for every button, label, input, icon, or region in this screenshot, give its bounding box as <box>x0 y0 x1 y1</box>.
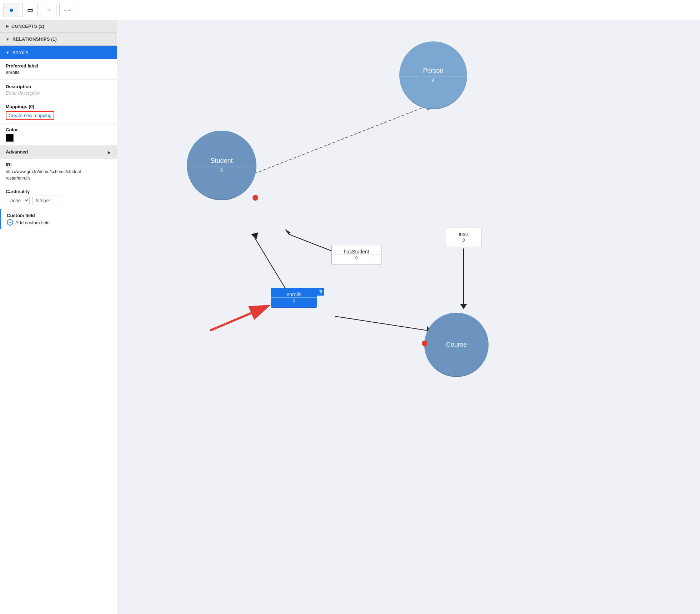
course-connection-dot <box>422 341 428 346</box>
person-count: 4 <box>399 76 467 83</box>
has-student-node[interactable]: hasStudent 0 <box>331 245 381 265</box>
svg-line-12 <box>210 306 269 331</box>
has-student-rect-label: hasStudent <box>344 249 369 255</box>
enrolls-item-label: enrolls <box>12 49 28 55</box>
svg-marker-9 <box>460 304 467 309</box>
cardinality-select[interactable]: none 1 N <box>6 196 30 205</box>
iri-section: IRI http://www.gra.fo/demo/schema/studen… <box>0 158 117 185</box>
svg-marker-3 <box>251 232 258 240</box>
custom-field-label: Custom field <box>7 213 111 218</box>
color-field-label: Color <box>6 127 111 132</box>
preferred-label-value: enrolls <box>6 70 111 75</box>
add-custom-field-text: Add custom field <box>15 220 50 225</box>
course-node[interactable]: Course <box>424 313 489 377</box>
advanced-section-header[interactable]: Advanced ▲ <box>0 146 117 158</box>
instr-rect-count: 0 <box>446 237 481 243</box>
dashed-arrow-tool-button[interactable]: --→ <box>59 3 75 17</box>
iri-field-label: IRI <box>6 162 111 167</box>
has-student-rect-count: 0 <box>332 255 381 261</box>
student-node[interactable]: Student 5 <box>187 131 256 200</box>
arrow-tool-button[interactable]: → <box>41 3 56 17</box>
color-section: Color <box>0 124 117 146</box>
main-layout: ▶ CONCEPTS (2) ▼ RELATIONSHIPS (1) ▼ enr… <box>0 20 700 614</box>
sidebar: ▶ CONCEPTS (2) ▼ RELATIONSHIPS (1) ▼ enr… <box>0 20 117 614</box>
circle-tool-button[interactable]: ● <box>4 3 19 17</box>
add-custom-field-button[interactable]: + Add custom field <box>7 219 111 226</box>
custom-field-section: Custom field + Add custom field <box>0 209 117 229</box>
concepts-section-label: CONCEPTS (2) <box>11 24 44 29</box>
concepts-section-header[interactable]: ▶ CONCEPTS (2) <box>0 20 117 33</box>
person-label: Person <box>423 67 443 75</box>
instr-rect-label: instr <box>459 231 468 237</box>
enrolls-chevron: ▼ <box>6 50 10 55</box>
student-connection-dot <box>252 195 258 201</box>
advanced-label: Advanced <box>6 149 28 155</box>
preferred-label-section: Preferred label enrolls <box>0 59 117 80</box>
svg-line-0 <box>255 106 428 173</box>
color-swatch[interactable] <box>6 134 14 142</box>
description-field-label: Description <box>6 84 111 89</box>
canvas-svg <box>117 20 700 614</box>
advanced-chevron: ▲ <box>106 149 111 155</box>
add-custom-field-icon: + <box>7 219 13 226</box>
svg-marker-7 <box>284 229 290 234</box>
enrolls-item[interactable]: ▼ enrolls <box>0 46 117 59</box>
enrolls-edit-icon[interactable]: ⊞ <box>316 288 324 296</box>
red-arrow-annotation <box>206 288 292 338</box>
canvas[interactable]: Person 4 Student 5 enrolls 0 ⊞ hasStuden… <box>117 20 700 614</box>
toolbar: ● ▭ → --→ <box>0 0 700 20</box>
description-placeholder[interactable]: Enter description <box>6 90 111 96</box>
course-label: Course <box>446 341 467 348</box>
student-count: 5 <box>187 166 256 173</box>
svg-line-4 <box>335 316 428 331</box>
create-mapping-link[interactable]: Create new mapping <box>6 111 54 120</box>
cardinality-section: Cardinality none 1 N <box>0 185 117 209</box>
iri-value: http://www.gra.fo/demo/schema/student ro… <box>6 168 111 181</box>
rect-tool-button[interactable]: ▭ <box>22 3 38 17</box>
mappings-field-label: Mappings (0) <box>6 104 111 109</box>
relationships-chevron: ▼ <box>6 37 10 41</box>
person-node[interactable]: Person 4 <box>399 41 467 109</box>
instr-node[interactable]: instr 0 <box>446 227 481 247</box>
student-label: Student <box>210 157 232 165</box>
relationships-section-label: RELATIONSHIPS (1) <box>12 36 57 42</box>
description-section: Description Enter description <box>0 80 117 100</box>
cardinality-integer-input[interactable] <box>32 196 61 205</box>
relationships-section-header[interactable]: ▼ RELATIONSHIPS (1) <box>0 33 117 46</box>
mappings-section: Mappings (0) Create new mapping <box>0 100 117 124</box>
cardinality-field-label: Cardinality <box>6 189 111 194</box>
cardinality-controls: none 1 N <box>6 196 111 205</box>
concepts-chevron: ▶ <box>6 24 9 29</box>
preferred-label-field-label: Preferred label <box>6 63 111 69</box>
